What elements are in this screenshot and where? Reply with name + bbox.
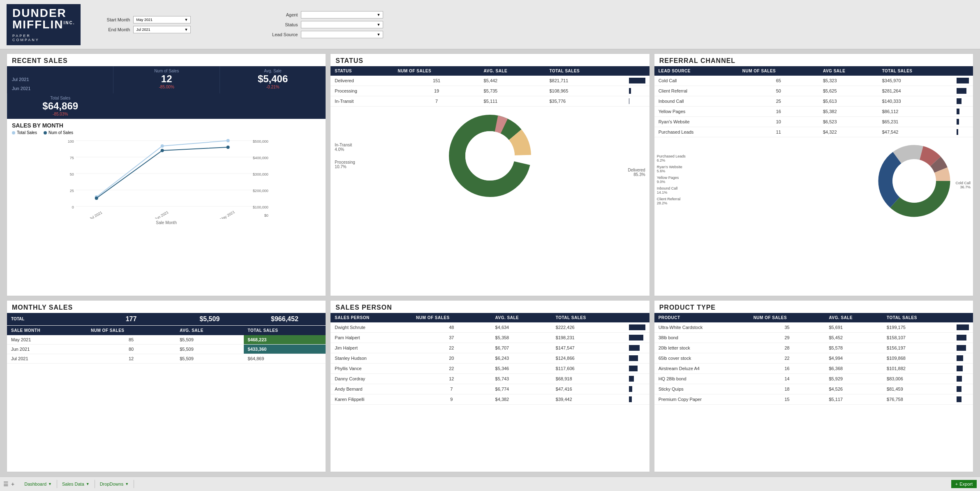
referral-row: Yellow Pages 16 $5,382 $86,112: [654, 107, 973, 117]
ref-total-cell: $345,970: [878, 76, 952, 86]
monthly-row: Jul 2021 12 $5,509 $64,869: [7, 354, 326, 363]
period-jul: Jul 2021: [12, 77, 108, 82]
prod-num-cell: 29: [749, 332, 825, 343]
prod-num-cell: 22: [749, 353, 825, 363]
intransit-label: In-Transit4.0%: [335, 143, 445, 152]
total-label: TOTAL: [7, 313, 87, 326]
month-cell: May 2021: [7, 335, 87, 345]
referral-row: Ryan's Website 10 $6,523 $65,231: [654, 117, 973, 127]
sp-bar-cell: [625, 343, 649, 353]
prod-total-cell: $83,006: [883, 373, 952, 384]
sp-avg-cell: $6,707: [491, 343, 552, 353]
sp-name-cell: Jim Halpert: [331, 343, 412, 353]
prod-bar-cell: [952, 322, 973, 333]
status-cell: In-Transit: [331, 96, 393, 107]
status-table: STATUS NUM OF SALES AVG. SALE TOTAL SALE…: [331, 66, 649, 107]
avg-cell: $5,111: [480, 96, 545, 107]
lead-source-select[interactable]: ▼: [301, 31, 383, 38]
ref-num-cell: 65: [738, 76, 819, 86]
month-avg-col: AVG. SALE: [176, 325, 243, 335]
logo-dunder: DUNDER: [12, 7, 75, 19]
salesperson-title: SALES PERSON: [331, 301, 649, 313]
menu-icon[interactable]: ☰: [3, 481, 9, 487]
prod-bar-cell: [952, 363, 973, 373]
start-month-select[interactable]: May 2021▼: [133, 16, 191, 23]
sp-name-col: SALES PERSON: [331, 313, 412, 322]
salesperson-table: SALES PERSON NUM OF SALES AVG. SALE TOTA…: [331, 313, 649, 405]
recent-sales-metrics: Jul 2021 Jun 2021 Num of Sales 12 -85.00…: [7, 66, 326, 119]
prod-total-col: TOTAL SALES: [883, 313, 952, 322]
ref-bar-cell: [952, 96, 973, 107]
ref-total-cell: $65,231: [878, 117, 952, 127]
referral-donut-container: Purchased Leads6.2% Ryan's Website5.6% Y…: [654, 137, 973, 225]
prod-name-cell: Sticky Quips: [654, 384, 749, 394]
total-cell: $821,711: [545, 76, 624, 86]
export-button[interactable]: + Export: [951, 480, 977, 488]
sp-num-col: NUM OF SALES: [412, 313, 491, 322]
period-jun: Jun 2021: [12, 86, 108, 91]
chart-title: SALES BY MONTH: [12, 122, 321, 129]
sp-avg-cell: $5,358: [491, 332, 552, 343]
ref-num-cell: 11: [738, 127, 819, 137]
referral-row: Inbound Call 25 $5,613 $140,333: [654, 96, 973, 107]
sp-num-cell: 20: [412, 353, 491, 363]
sp-avg-cell: $6,243: [491, 353, 552, 363]
top-row: RECENT SALES Jul 2021 Jun 2021 Num of Sa…: [7, 53, 973, 296]
product-row: Ultra-White Cardstock 35 $5,691 $199,175: [654, 322, 973, 333]
prod-num-col: NUM OF SALES: [749, 313, 825, 322]
prod-bar-cell: [952, 353, 973, 363]
product-row: Airstream Deluze A4 16 $6,368 $101,882: [654, 363, 973, 373]
prod-num-cell: 18: [749, 384, 825, 394]
sp-avg-cell: $4,382: [491, 394, 552, 404]
prod-num-cell: 16: [749, 363, 825, 373]
sp-bar-cell: [625, 322, 649, 333]
status-cell: Delivered: [331, 76, 393, 86]
svg-text:$500,000: $500,000: [253, 139, 268, 144]
total-cell: $108,965: [545, 86, 624, 96]
num-cell: 19: [394, 86, 480, 96]
end-month-select[interactable]: Jul 2021▼: [133, 26, 191, 33]
prod-total-cell: $109,868: [883, 353, 952, 363]
prod-total-cell: $156,197: [883, 343, 952, 353]
legend-total-sales: Total Sales: [12, 130, 37, 135]
sp-name-cell: Phyllis Vance: [331, 363, 412, 373]
month-total-cell: $433,360: [244, 344, 326, 354]
prod-avg-cell: $4,994: [825, 353, 883, 363]
dashboard-tab[interactable]: Dashboard▼: [19, 480, 57, 488]
monthly-sales-panel: MONTHLY SALES TOTAL 177 $5,509 $966,452 …: [7, 300, 326, 472]
lead-source-label: Lead Source: [265, 32, 298, 37]
num-cell: 151: [394, 76, 480, 86]
footer-icons: ☰ +: [3, 481, 14, 487]
sp-name-cell: Pam Halpert: [331, 332, 412, 343]
num-cell: 7: [394, 96, 480, 107]
dropdowns-tab[interactable]: DropDowns▼: [95, 480, 134, 488]
status-row: Delivered 151 $5,442 $821,711: [331, 76, 649, 86]
recent-sales-panel: RECENT SALES Jul 2021 Jun 2021 Num of Sa…: [7, 53, 326, 296]
prod-name-cell: 38lb bond: [654, 332, 749, 343]
sp-name-cell: Andy Bernard: [331, 384, 412, 394]
num-sales-change: -85.00%: [118, 85, 214, 89]
status-select[interactable]: ▼: [301, 21, 383, 28]
sp-bar-cell: [625, 363, 649, 373]
salesperson-panel: SALES PERSON SALES PERSON NUM OF SALES A…: [330, 300, 649, 472]
svg-text:50: 50: [70, 172, 74, 176]
prod-bar-cell: [952, 394, 973, 404]
avg-sale-header: Avg. Sale: [225, 69, 321, 73]
product-row: 65lb cover stock 22 $4,994 $109,868: [654, 353, 973, 363]
ref-bar-cell: [952, 127, 973, 137]
ref-total-cell: $140,333: [878, 96, 952, 107]
sp-bar-cell: [625, 373, 649, 384]
referral-panel: REFERRAL CHANNEL LEAD SOURCE NUM OF SALE…: [654, 53, 973, 296]
prod-name-cell: HQ 28lb bond: [654, 373, 749, 384]
ref-num-cell: 50: [738, 86, 819, 96]
sales-data-tab[interactable]: Sales Data▼: [57, 480, 95, 488]
legend-dot-num: [44, 131, 47, 134]
svg-text:Jun 2021: Jun 2021: [154, 210, 169, 219]
plus-icon[interactable]: +: [11, 481, 14, 487]
date-filters: Start Month May 2021▼ End Month Jul 2021…: [97, 16, 191, 33]
agent-select[interactable]: ▼: [301, 11, 383, 19]
prod-avg-cell: $5,929: [825, 373, 883, 384]
sp-bar-cell: [625, 332, 649, 343]
ref-total-cell: $47,542: [878, 127, 952, 137]
sp-name-cell: Stanley Hudson: [331, 353, 412, 363]
